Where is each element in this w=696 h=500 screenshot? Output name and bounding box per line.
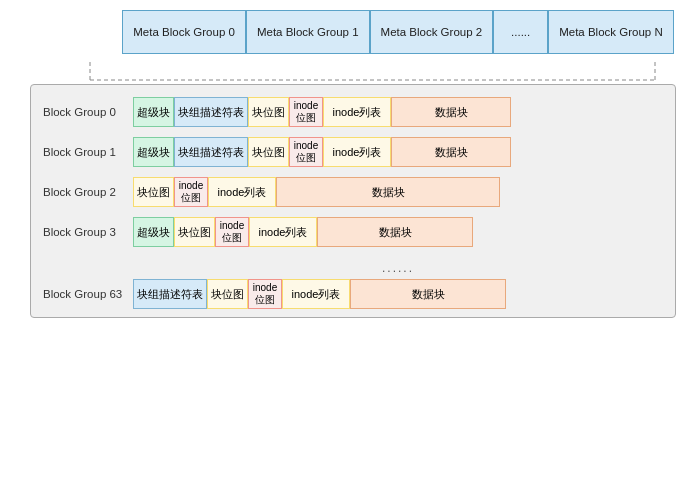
cell-bitmap-2: 块位图 xyxy=(133,177,174,207)
cell-inode-bitmap-1: inode位图 xyxy=(289,137,323,167)
meta-block-2: Meta Block Group 2 xyxy=(370,10,494,54)
connector-svg xyxy=(30,62,660,84)
cell-inode-bitmap-3: inode位图 xyxy=(215,217,249,247)
cell-data-2: 数据块 xyxy=(276,177,500,207)
ellipsis-row: ...... xyxy=(43,257,663,279)
block-group-label-2: Block Group 2 xyxy=(43,186,133,198)
block-group-label-1: Block Group 1 xyxy=(43,146,133,158)
cell-inode-list-63: inode列表 xyxy=(282,279,350,309)
block-group-row-63: Block Group 63 块组描述符表 块位图 inode位图 inode列… xyxy=(43,279,663,309)
cell-data-3: 数据块 xyxy=(317,217,473,247)
block-group-row-2: Block Group 2 块位图 inode位图 inode列表 数据块 xyxy=(43,177,663,207)
block-cells-0: 超级块 块组描述符表 块位图 inode位图 inode列表 数据块 xyxy=(133,97,511,127)
cell-inode-bitmap-2: inode位图 xyxy=(174,177,208,207)
cell-inode-bitmap-63: inode位图 xyxy=(248,279,282,309)
block-group-row-1: Block Group 1 超级块 块组描述符表 块位图 inode位图 ino… xyxy=(43,137,663,167)
cell-inode-list-2: inode列表 xyxy=(208,177,276,207)
meta-block-0: Meta Block Group 0 xyxy=(122,10,246,54)
cell-inode-bitmap-0: inode位图 xyxy=(289,97,323,127)
meta-block-ellipsis: ...... xyxy=(493,10,548,54)
cell-bitmap-1: 块位图 xyxy=(248,137,289,167)
cell-data-1: 数据块 xyxy=(391,137,511,167)
cell-bitmap-0: 块位图 xyxy=(248,97,289,127)
block-cells-63: 块组描述符表 块位图 inode位图 inode列表 数据块 xyxy=(133,279,506,309)
meta-block-row: Meta Block Group 0 Meta Block Group 1 Me… xyxy=(115,10,681,54)
main-layout: Meta Block Group 0 Meta Block Group 1 Me… xyxy=(0,0,696,500)
block-group-row-3: Block Group 3 超级块 块位图 inode位图 inode列表 数据… xyxy=(43,217,663,247)
cell-block-desc-63: 块组描述符表 xyxy=(133,279,207,309)
block-group-row-0: Block Group 0 超级块 块组描述符表 块位图 inode位图 ino… xyxy=(43,97,663,127)
cell-bitmap-3: 块位图 xyxy=(174,217,215,247)
cell-inode-list-0: inode列表 xyxy=(323,97,391,127)
cell-super-0: 超级块 xyxy=(133,97,174,127)
block-cells-3: 超级块 块位图 inode位图 inode列表 数据块 xyxy=(133,217,473,247)
block-cells-2: 块位图 inode位图 inode列表 数据块 xyxy=(133,177,500,207)
meta-block-1: Meta Block Group 1 xyxy=(246,10,370,54)
block-group-label-3: Block Group 3 xyxy=(43,226,133,238)
cell-super-3: 超级块 xyxy=(133,217,174,247)
cell-data-0: 数据块 xyxy=(391,97,511,127)
cell-data-63: 数据块 xyxy=(350,279,506,309)
cell-super-1: 超级块 xyxy=(133,137,174,167)
meta-block-n: Meta Block Group N xyxy=(548,10,674,54)
block-group-label-63: Block Group 63 xyxy=(43,288,133,300)
cell-bitmap-63: 块位图 xyxy=(207,279,248,309)
cell-inode-list-3: inode列表 xyxy=(249,217,317,247)
cell-block-desc-1: 块组描述符表 xyxy=(174,137,248,167)
cell-block-desc-0: 块组描述符表 xyxy=(174,97,248,127)
cell-inode-list-1: inode列表 xyxy=(323,137,391,167)
block-cells-1: 超级块 块组描述符表 块位图 inode位图 inode列表 数据块 xyxy=(133,137,511,167)
main-container: Block Group 0 超级块 块组描述符表 块位图 inode位图 ino… xyxy=(30,84,676,318)
block-group-label-0: Block Group 0 xyxy=(43,106,133,118)
